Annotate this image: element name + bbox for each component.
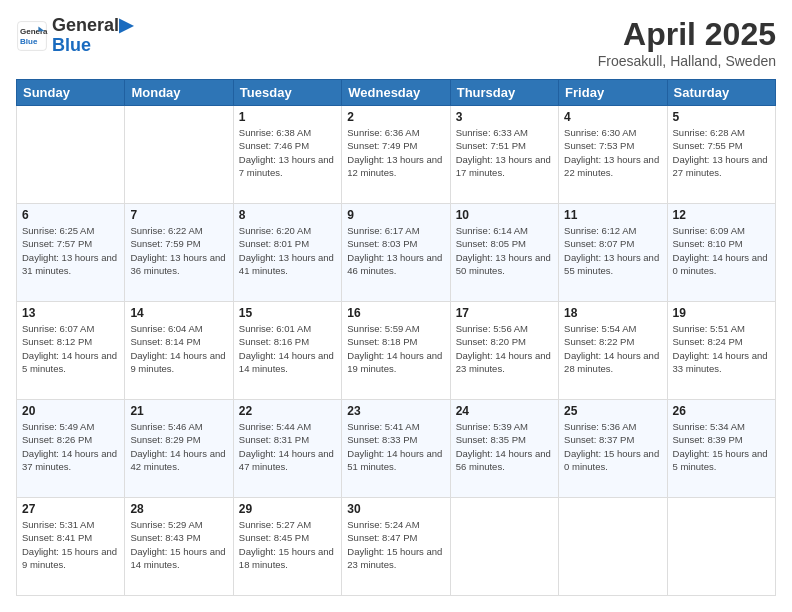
calendar-cell: 18Sunrise: 5:54 AMSunset: 8:22 PMDayligh… bbox=[559, 302, 667, 400]
day-info: Sunrise: 6:33 AMSunset: 7:51 PMDaylight:… bbox=[456, 126, 553, 179]
day-number: 17 bbox=[456, 306, 553, 320]
day-number: 13 bbox=[22, 306, 119, 320]
calendar-cell: 25Sunrise: 5:36 AMSunset: 8:37 PMDayligh… bbox=[559, 400, 667, 498]
day-number: 24 bbox=[456, 404, 553, 418]
day-header-thursday: Thursday bbox=[450, 80, 558, 106]
day-number: 8 bbox=[239, 208, 336, 222]
calendar-cell bbox=[450, 498, 558, 596]
day-number: 11 bbox=[564, 208, 661, 222]
day-info: Sunrise: 5:34 AMSunset: 8:39 PMDaylight:… bbox=[673, 420, 770, 473]
day-info: Sunrise: 6:09 AMSunset: 8:10 PMDaylight:… bbox=[673, 224, 770, 277]
day-number: 30 bbox=[347, 502, 444, 516]
calendar-cell: 5Sunrise: 6:28 AMSunset: 7:55 PMDaylight… bbox=[667, 106, 775, 204]
day-info: Sunrise: 6:30 AMSunset: 7:53 PMDaylight:… bbox=[564, 126, 661, 179]
day-info: Sunrise: 5:39 AMSunset: 8:35 PMDaylight:… bbox=[456, 420, 553, 473]
svg-text:Blue: Blue bbox=[20, 37, 38, 46]
calendar-cell: 26Sunrise: 5:34 AMSunset: 8:39 PMDayligh… bbox=[667, 400, 775, 498]
calendar-cell: 8Sunrise: 6:20 AMSunset: 8:01 PMDaylight… bbox=[233, 204, 341, 302]
calendar-cell: 7Sunrise: 6:22 AMSunset: 7:59 PMDaylight… bbox=[125, 204, 233, 302]
logo-text: General▶ Blue bbox=[52, 16, 133, 56]
calendar-cell: 16Sunrise: 5:59 AMSunset: 8:18 PMDayligh… bbox=[342, 302, 450, 400]
day-number: 27 bbox=[22, 502, 119, 516]
day-info: Sunrise: 6:28 AMSunset: 7:55 PMDaylight:… bbox=[673, 126, 770, 179]
day-header-friday: Friday bbox=[559, 80, 667, 106]
svg-text:General: General bbox=[20, 27, 48, 36]
day-info: Sunrise: 5:54 AMSunset: 8:22 PMDaylight:… bbox=[564, 322, 661, 375]
day-info: Sunrise: 6:14 AMSunset: 8:05 PMDaylight:… bbox=[456, 224, 553, 277]
day-info: Sunrise: 5:24 AMSunset: 8:47 PMDaylight:… bbox=[347, 518, 444, 571]
calendar-cell bbox=[17, 106, 125, 204]
calendar-cell: 20Sunrise: 5:49 AMSunset: 8:26 PMDayligh… bbox=[17, 400, 125, 498]
day-number: 9 bbox=[347, 208, 444, 222]
month-title: April 2025 bbox=[598, 16, 776, 53]
day-number: 19 bbox=[673, 306, 770, 320]
day-header-saturday: Saturday bbox=[667, 80, 775, 106]
calendar-cell: 14Sunrise: 6:04 AMSunset: 8:14 PMDayligh… bbox=[125, 302, 233, 400]
day-info: Sunrise: 6:20 AMSunset: 8:01 PMDaylight:… bbox=[239, 224, 336, 277]
day-info: Sunrise: 6:25 AMSunset: 7:57 PMDaylight:… bbox=[22, 224, 119, 277]
day-info: Sunrise: 5:31 AMSunset: 8:41 PMDaylight:… bbox=[22, 518, 119, 571]
day-number: 22 bbox=[239, 404, 336, 418]
calendar-week-4: 27Sunrise: 5:31 AMSunset: 8:41 PMDayligh… bbox=[17, 498, 776, 596]
calendar-cell: 24Sunrise: 5:39 AMSunset: 8:35 PMDayligh… bbox=[450, 400, 558, 498]
day-header-tuesday: Tuesday bbox=[233, 80, 341, 106]
day-info: Sunrise: 5:46 AMSunset: 8:29 PMDaylight:… bbox=[130, 420, 227, 473]
calendar-cell: 30Sunrise: 5:24 AMSunset: 8:47 PMDayligh… bbox=[342, 498, 450, 596]
day-info: Sunrise: 5:44 AMSunset: 8:31 PMDaylight:… bbox=[239, 420, 336, 473]
day-number: 23 bbox=[347, 404, 444, 418]
day-number: 2 bbox=[347, 110, 444, 124]
day-number: 6 bbox=[22, 208, 119, 222]
day-number: 29 bbox=[239, 502, 336, 516]
day-info: Sunrise: 5:41 AMSunset: 8:33 PMDaylight:… bbox=[347, 420, 444, 473]
calendar-cell: 28Sunrise: 5:29 AMSunset: 8:43 PMDayligh… bbox=[125, 498, 233, 596]
day-info: Sunrise: 6:38 AMSunset: 7:46 PMDaylight:… bbox=[239, 126, 336, 179]
day-info: Sunrise: 5:29 AMSunset: 8:43 PMDaylight:… bbox=[130, 518, 227, 571]
title-area: April 2025 Froesakull, Halland, Sweden bbox=[598, 16, 776, 69]
calendar-cell: 1Sunrise: 6:38 AMSunset: 7:46 PMDaylight… bbox=[233, 106, 341, 204]
calendar-week-3: 20Sunrise: 5:49 AMSunset: 8:26 PMDayligh… bbox=[17, 400, 776, 498]
calendar-cell: 6Sunrise: 6:25 AMSunset: 7:57 PMDaylight… bbox=[17, 204, 125, 302]
logo-icon: General Blue bbox=[16, 20, 48, 52]
day-info: Sunrise: 6:07 AMSunset: 8:12 PMDaylight:… bbox=[22, 322, 119, 375]
calendar-table: SundayMondayTuesdayWednesdayThursdayFrid… bbox=[16, 79, 776, 596]
calendar-week-0: 1Sunrise: 6:38 AMSunset: 7:46 PMDaylight… bbox=[17, 106, 776, 204]
day-header-wednesday: Wednesday bbox=[342, 80, 450, 106]
calendar-cell: 21Sunrise: 5:46 AMSunset: 8:29 PMDayligh… bbox=[125, 400, 233, 498]
calendar-cell: 2Sunrise: 6:36 AMSunset: 7:49 PMDaylight… bbox=[342, 106, 450, 204]
day-number: 18 bbox=[564, 306, 661, 320]
day-number: 26 bbox=[673, 404, 770, 418]
logo: General Blue General▶ Blue bbox=[16, 16, 133, 56]
day-number: 5 bbox=[673, 110, 770, 124]
day-info: Sunrise: 5:49 AMSunset: 8:26 PMDaylight:… bbox=[22, 420, 119, 473]
calendar-cell bbox=[667, 498, 775, 596]
location-subtitle: Froesakull, Halland, Sweden bbox=[598, 53, 776, 69]
day-info: Sunrise: 5:59 AMSunset: 8:18 PMDaylight:… bbox=[347, 322, 444, 375]
calendar-cell: 15Sunrise: 6:01 AMSunset: 8:16 PMDayligh… bbox=[233, 302, 341, 400]
day-info: Sunrise: 6:01 AMSunset: 8:16 PMDaylight:… bbox=[239, 322, 336, 375]
day-info: Sunrise: 5:51 AMSunset: 8:24 PMDaylight:… bbox=[673, 322, 770, 375]
calendar-cell: 12Sunrise: 6:09 AMSunset: 8:10 PMDayligh… bbox=[667, 204, 775, 302]
calendar-week-2: 13Sunrise: 6:07 AMSunset: 8:12 PMDayligh… bbox=[17, 302, 776, 400]
day-info: Sunrise: 6:36 AMSunset: 7:49 PMDaylight:… bbox=[347, 126, 444, 179]
calendar-cell: 19Sunrise: 5:51 AMSunset: 8:24 PMDayligh… bbox=[667, 302, 775, 400]
calendar-cell bbox=[125, 106, 233, 204]
day-number: 28 bbox=[130, 502, 227, 516]
day-info: Sunrise: 6:04 AMSunset: 8:14 PMDaylight:… bbox=[130, 322, 227, 375]
calendar-cell: 9Sunrise: 6:17 AMSunset: 8:03 PMDaylight… bbox=[342, 204, 450, 302]
day-info: Sunrise: 6:22 AMSunset: 7:59 PMDaylight:… bbox=[130, 224, 227, 277]
day-number: 21 bbox=[130, 404, 227, 418]
day-header-monday: Monday bbox=[125, 80, 233, 106]
day-number: 1 bbox=[239, 110, 336, 124]
calendar-cell bbox=[559, 498, 667, 596]
calendar-cell: 29Sunrise: 5:27 AMSunset: 8:45 PMDayligh… bbox=[233, 498, 341, 596]
day-number: 10 bbox=[456, 208, 553, 222]
calendar-header-row: SundayMondayTuesdayWednesdayThursdayFrid… bbox=[17, 80, 776, 106]
calendar-cell: 13Sunrise: 6:07 AMSunset: 8:12 PMDayligh… bbox=[17, 302, 125, 400]
day-number: 15 bbox=[239, 306, 336, 320]
day-number: 14 bbox=[130, 306, 227, 320]
day-number: 12 bbox=[673, 208, 770, 222]
calendar-cell: 22Sunrise: 5:44 AMSunset: 8:31 PMDayligh… bbox=[233, 400, 341, 498]
calendar-cell: 23Sunrise: 5:41 AMSunset: 8:33 PMDayligh… bbox=[342, 400, 450, 498]
calendar-cell: 17Sunrise: 5:56 AMSunset: 8:20 PMDayligh… bbox=[450, 302, 558, 400]
calendar-cell: 3Sunrise: 6:33 AMSunset: 7:51 PMDaylight… bbox=[450, 106, 558, 204]
